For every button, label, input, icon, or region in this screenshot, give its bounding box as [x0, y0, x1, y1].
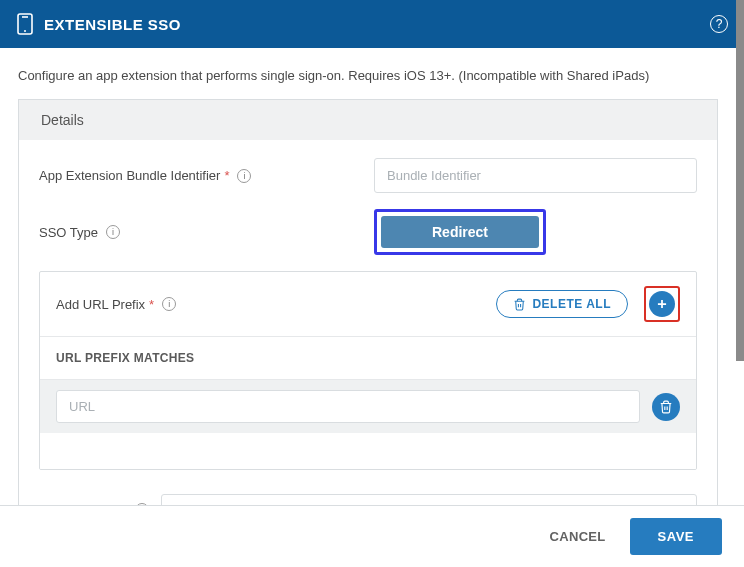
sso-type-credential[interactable]: Credential: [543, 213, 697, 251]
trash-icon: [659, 400, 673, 414]
cancel-button[interactable]: CANCEL: [550, 529, 606, 544]
url-prefix-label-text: Add URL Prefix: [56, 297, 145, 312]
bundle-identifier-input[interactable]: [374, 158, 697, 193]
delete-all-label: DELETE ALL: [532, 297, 611, 311]
scrollbar-track[interactable]: [736, 0, 744, 361]
url-prefix-panel: Add URL Prefix * i DELETE ALL: [39, 271, 697, 470]
mobile-device-icon: [16, 12, 34, 36]
empty-strip: [40, 433, 696, 469]
extension-data-label: Extension Data i: [39, 494, 149, 505]
sso-type-label: SSO Type i: [39, 225, 374, 240]
content-area: Configure an app extension that performs…: [0, 48, 736, 505]
bundle-id-label-text: App Extension Bundle Identifier: [39, 168, 220, 183]
trash-icon: [513, 298, 526, 311]
url-prefix-header: Add URL Prefix * i DELETE ALL: [40, 272, 696, 337]
sso-type-redirect[interactable]: Redirect: [381, 216, 539, 248]
add-url-button[interactable]: [649, 291, 675, 317]
redirect-highlight-box: Redirect: [374, 209, 546, 255]
delete-all-button[interactable]: DELETE ALL: [496, 290, 628, 318]
details-panel: Details App Extension Bundle Identifier …: [18, 99, 718, 505]
save-button[interactable]: SAVE: [630, 518, 722, 555]
panel-section-title: Details: [19, 100, 717, 140]
delete-url-button[interactable]: [652, 393, 680, 421]
extension-data-row: Extension Data i Data passed to the app …: [39, 494, 697, 505]
plus-icon: [655, 297, 669, 311]
scrollbar-thumb[interactable]: [736, 0, 744, 361]
info-icon[interactable]: i: [106, 225, 120, 239]
sso-type-label-text: SSO Type: [39, 225, 98, 240]
url-prefix-input[interactable]: [56, 390, 640, 423]
extension-data-textarea[interactable]: Data passed to the app extension: [161, 494, 697, 505]
sso-type-toggle: Redirect Credential: [374, 209, 697, 255]
add-highlight-box: [644, 286, 680, 322]
svg-point-2: [24, 30, 26, 32]
info-icon[interactable]: i: [162, 297, 176, 311]
modal-footer: CANCEL SAVE: [0, 505, 744, 567]
info-icon[interactable]: i: [237, 169, 251, 183]
modal-header: EXTENSIBLE SSO ?: [0, 0, 744, 48]
panel-body: App Extension Bundle Identifier * i SSO …: [19, 140, 717, 505]
required-asterisk: *: [149, 297, 154, 312]
bundle-identifier-row: App Extension Bundle Identifier * i: [39, 158, 697, 193]
description-text: Configure an app extension that performs…: [0, 48, 736, 99]
url-prefix-row: [40, 380, 696, 433]
sso-type-row: SSO Type i Redirect Credential: [39, 209, 697, 255]
page-title: EXTENSIBLE SSO: [44, 16, 181, 33]
required-asterisk: *: [224, 168, 229, 183]
url-prefix-table-header: URL PREFIX MATCHES: [40, 337, 696, 380]
url-prefix-label: Add URL Prefix * i: [56, 297, 176, 312]
help-icon[interactable]: ?: [710, 15, 728, 33]
bundle-identifier-label: App Extension Bundle Identifier * i: [39, 168, 374, 183]
